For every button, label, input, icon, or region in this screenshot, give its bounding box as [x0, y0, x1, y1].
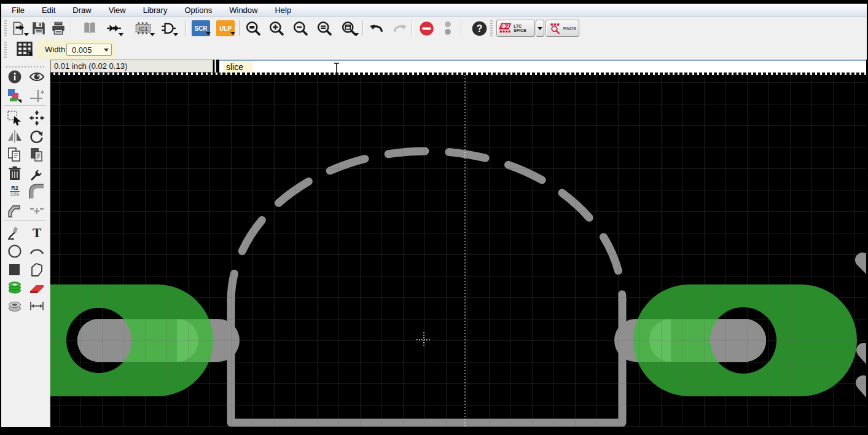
hole-tool-button[interactable]	[6, 297, 24, 314]
copy-tool-button[interactable]	[6, 146, 24, 163]
miter-tool-button[interactable]	[28, 183, 46, 200]
zoom-select-button[interactable]	[315, 19, 334, 37]
ltc-spice-dropdown-button[interactable]	[536, 20, 544, 37]
help-button[interactable]: ?	[470, 19, 488, 37]
palette-drag-handle[interactable]	[6, 66, 44, 68]
traffic-light-icon	[440, 20, 456, 37]
wire-icon	[7, 225, 23, 241]
move-tool-button[interactable]	[28, 109, 46, 126]
combo-arrow[interactable]	[101, 44, 111, 55]
dimension-tool-button[interactable]	[28, 297, 46, 314]
zoom-select-icon	[316, 20, 333, 37]
menu-library[interactable]: Library	[135, 4, 176, 16]
paste-tool-button[interactable]	[28, 146, 46, 163]
canvas[interactable]	[50, 75, 866, 427]
palette-separator	[4, 105, 46, 106]
toolbar-drag-handle[interactable]	[4, 42, 7, 58]
undo-icon	[367, 20, 385, 37]
menu-options[interactable]: Options	[176, 4, 220, 16]
text-tool-glyph: T	[33, 226, 41, 240]
info-tool-button[interactable]	[6, 68, 24, 85]
dimension-icon	[29, 298, 45, 314]
delete-tool-button[interactable]	[6, 165, 24, 181]
arc-icon	[29, 243, 45, 259]
name-tool-button[interactable]: R2 10k	[6, 183, 24, 200]
dropdown-arrow-icon	[119, 33, 123, 36]
pads-logo-icon	[549, 22, 561, 35]
pinswap-button[interactable]	[104, 19, 123, 37]
menu-draw[interactable]: Draw	[65, 4, 99, 16]
smd-icon	[29, 280, 45, 296]
command-input[interactable]: slice	[219, 60, 866, 72]
arc-tool-button[interactable]	[28, 243, 46, 259]
pads-button[interactable]: PADS	[545, 20, 579, 37]
menu-help[interactable]: Help	[267, 4, 299, 16]
smd-tool-button[interactable]	[28, 279, 46, 296]
save-button[interactable]	[29, 19, 48, 37]
print-button[interactable]	[49, 19, 68, 37]
wire-tool-button[interactable]	[6, 224, 24, 241]
palette-separator	[4, 220, 46, 221]
circle-tool-button[interactable]	[6, 243, 24, 259]
library-button[interactable]	[80, 19, 99, 37]
mark-tool-button[interactable]	[28, 87, 46, 104]
mirror-tool-button[interactable]	[6, 128, 24, 144]
toolbar-drag-handle[interactable]	[4, 20, 7, 36]
circle-icon	[7, 243, 23, 259]
dropdown-arrow-icon	[538, 27, 542, 30]
dropdown-arrow-icon	[173, 33, 178, 36]
rotate-tool-button[interactable]	[28, 128, 46, 144]
toolbar-separator	[412, 20, 413, 36]
miter-icon	[29, 184, 45, 200]
ulp-button[interactable]: ULP	[216, 20, 235, 36]
width-combobox[interactable]: 0.005	[66, 44, 112, 56]
display-layers-icon	[7, 88, 23, 104]
copy-icon	[7, 147, 23, 163]
pad-icon	[7, 280, 23, 296]
toolbar-separator	[186, 20, 187, 36]
eagle-package-editor-window: File Edit Draw View Library Options Wind…	[0, 0, 868, 435]
polygon-tool-button[interactable]	[28, 261, 46, 278]
grid-icon	[15, 41, 34, 58]
toolbar-separator	[461, 20, 462, 36]
paste-icon	[29, 147, 45, 163]
zoom-redraw-button[interactable]	[340, 19, 358, 37]
zoom-fit-icon	[245, 20, 262, 37]
gate-button[interactable]	[159, 19, 178, 37]
redo-icon	[392, 20, 409, 37]
toolbar-drag-handle[interactable]	[490, 20, 493, 36]
traffic-light-button[interactable]	[439, 19, 457, 37]
hole-icon	[7, 298, 23, 314]
change-tool-button[interactable]	[28, 165, 46, 181]
split-tool-button[interactable]	[6, 202, 24, 219]
split-icon	[7, 203, 23, 219]
stop-button[interactable]	[417, 19, 436, 37]
optimize-tool-button[interactable]	[28, 202, 46, 219]
text-tool-button[interactable]: T	[28, 224, 46, 241]
rect-tool-button[interactable]	[6, 261, 24, 278]
move-icon	[29, 110, 45, 126]
redo-button[interactable]	[391, 19, 410, 37]
zoom-out-button[interactable]	[291, 19, 310, 37]
group-tool-button[interactable]	[6, 109, 24, 126]
ic-button[interactable]: IC1	[132, 19, 154, 37]
pads-label: PADS	[563, 26, 576, 31]
scr-button[interactable]: SCR	[192, 20, 210, 36]
undo-button[interactable]	[367, 19, 385, 37]
zoom-in-button[interactable]	[267, 19, 286, 37]
pad-tool-button[interactable]	[6, 279, 24, 296]
ltc-spice-button[interactable]: LTC SPICE	[496, 20, 535, 37]
dropdown-arrow-icon	[24, 33, 29, 36]
zoom-fit-button[interactable]	[244, 19, 262, 37]
show-tool-button[interactable]	[28, 68, 46, 85]
menu-window[interactable]: Window	[221, 4, 265, 16]
display-layers-button[interactable]	[6, 87, 24, 104]
stop-icon	[418, 20, 435, 37]
grid-button[interactable]	[14, 41, 36, 58]
open-button[interactable]	[10, 19, 28, 37]
menu-file[interactable]: File	[4, 4, 33, 16]
menu-view[interactable]: View	[101, 4, 134, 16]
menu-edit[interactable]: Edit	[34, 4, 63, 16]
tool-palette: R2 10k	[1, 60, 50, 427]
statusbar-separator	[214, 60, 216, 72]
